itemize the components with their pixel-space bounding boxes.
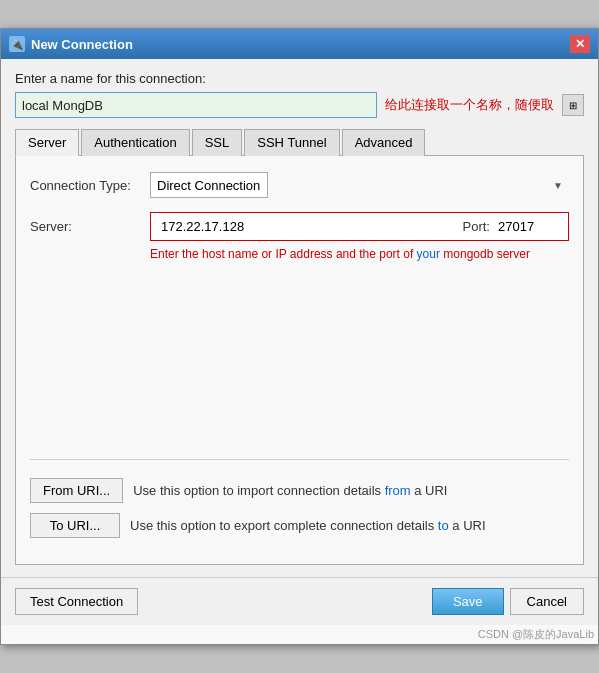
connection-type-select[interactable]: Direct Connection Replica Set Sharded Cl…: [150, 172, 268, 198]
new-connection-window: 🔌 New Connection ✕ Enter a name for this…: [0, 28, 599, 645]
to-uri-blue: to: [438, 518, 449, 533]
uri-section: From URI... Use this option to import co…: [30, 470, 569, 538]
from-uri-desc: Use this option to import connection det…: [133, 483, 447, 498]
tab-content: Connection Type: Direct Connection Repli…: [15, 156, 584, 565]
connection-name-input[interactable]: [15, 92, 377, 118]
grid-icon[interactable]: ⊞: [562, 94, 584, 116]
from-uri-button[interactable]: From URI...: [30, 478, 123, 503]
title-bar: 🔌 New Connection ✕: [1, 29, 598, 59]
close-button[interactable]: ✕: [570, 35, 590, 53]
port-input[interactable]: [498, 219, 558, 234]
server-hint: Enter the host name or IP address and th…: [150, 247, 569, 261]
server-box: Port:: [150, 212, 569, 241]
name-annotation: 给此连接取一个名称，随便取: [385, 96, 554, 114]
tab-ssl[interactable]: SSL: [192, 129, 243, 156]
tab-server[interactable]: Server: [15, 129, 79, 156]
name-label: Enter a name for this connection:: [15, 71, 584, 86]
window-title: New Connection: [31, 37, 133, 52]
test-connection-button[interactable]: Test Connection: [15, 588, 138, 615]
to-uri-desc: Use this option to export complete conne…: [130, 518, 486, 533]
tab-authentication[interactable]: Authentication: [81, 129, 189, 156]
divider: [30, 459, 569, 460]
cancel-button[interactable]: Cancel: [510, 588, 584, 615]
hint-blue: your: [417, 247, 440, 261]
server-label: Server:: [30, 219, 150, 234]
from-uri-row: From URI... Use this option to import co…: [30, 478, 569, 503]
watermark: CSDN @陈皮的JavaLib: [1, 625, 598, 644]
from-uri-blue: from: [385, 483, 411, 498]
to-uri-button[interactable]: To URI...: [30, 513, 120, 538]
footer: Test Connection Save Cancel: [1, 577, 598, 625]
spacer: [30, 269, 569, 449]
window-icon: 🔌: [9, 36, 25, 52]
server-input[interactable]: [161, 219, 455, 234]
connection-type-row: Connection Type: Direct Connection Repli…: [30, 172, 569, 198]
tab-ssh-tunnel[interactable]: SSH Tunnel: [244, 129, 339, 156]
save-button[interactable]: Save: [432, 588, 504, 615]
window-body: Enter a name for this connection: 给此连接取一…: [1, 59, 598, 577]
connection-type-select-wrapper: Direct Connection Replica Set Sharded Cl…: [150, 172, 569, 198]
footer-left: Test Connection: [15, 588, 138, 615]
title-bar-left: 🔌 New Connection: [9, 36, 133, 52]
port-label: Port:: [463, 219, 490, 234]
tabs: Server Authentication SSL SSH Tunnel Adv…: [15, 128, 584, 156]
connection-type-label: Connection Type:: [30, 178, 150, 193]
connection-type-wrapper: Direct Connection Replica Set Sharded Cl…: [150, 172, 569, 198]
tab-advanced[interactable]: Advanced: [342, 129, 426, 156]
server-row: Server: Port:: [30, 212, 569, 241]
footer-right: Save Cancel: [432, 588, 584, 615]
name-row: 给此连接取一个名称，随便取 ⊞: [15, 92, 584, 118]
to-uri-row: To URI... Use this option to export comp…: [30, 513, 569, 538]
